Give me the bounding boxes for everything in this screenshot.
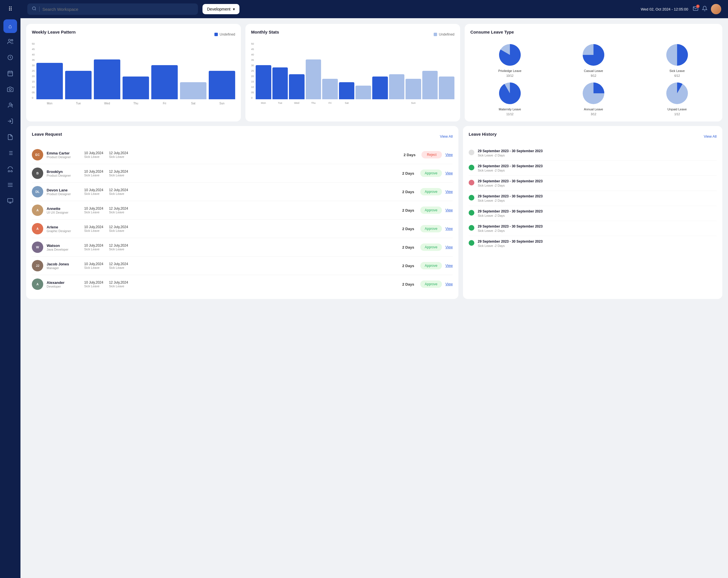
start-date-block: 10 July,2024 Sick Leave: [84, 225, 103, 232]
bell-icon[interactable]: [702, 6, 707, 13]
sidebar-item-camera[interactable]: [3, 83, 17, 97]
leave-history-view-all[interactable]: View All: [704, 134, 717, 139]
start-date: 10 July,2024: [84, 262, 103, 266]
start-date-block: 10 July,2024 Sick Leave: [84, 170, 103, 177]
employee-info: Jacob Jones Manager: [47, 262, 81, 270]
view-button[interactable]: View: [445, 190, 453, 194]
document-icon: [7, 134, 14, 142]
view-button[interactable]: View: [445, 153, 453, 157]
days-badge: 2 Days: [401, 153, 418, 157]
start-date: 10 July,2024: [84, 188, 103, 192]
sidebar-item-home[interactable]: ⌂: [3, 19, 17, 33]
bar: [356, 85, 371, 99]
leave-request-view-all[interactable]: View All: [440, 134, 453, 139]
employee-role: Graphic Designer: [47, 229, 81, 233]
search-input[interactable]: [42, 7, 193, 12]
end-date: 12 July,2024: [109, 151, 128, 155]
view-button[interactable]: View: [445, 171, 453, 175]
history-item: 29 September 2023 - 30 September 2023 Si…: [469, 236, 717, 251]
svg-line-27: [35, 9, 36, 10]
employee-role: Java Developer: [47, 248, 81, 251]
weekly-chart-card: Weekly Leave Pattern Undefined 50 45 40 …: [26, 24, 241, 122]
history-dot: [469, 225, 474, 231]
view-button[interactable]: View: [445, 264, 453, 268]
sidebar-item-clock[interactable]: [3, 51, 17, 65]
pie-item: Sick Leave 6/12: [638, 44, 717, 77]
workspace-dropdown[interactable]: Development ▾: [203, 4, 239, 14]
bar: [406, 79, 421, 99]
view-button[interactable]: View: [445, 208, 453, 212]
employee-info: Watson Java Developer: [47, 244, 81, 251]
monthly-legend-box: [434, 33, 437, 36]
table-row: EC Emma Carter Product Designer 10 July,…: [32, 146, 453, 164]
approve-button[interactable]: Approve: [420, 225, 442, 232]
weekly-chart-area: 50 45 40 35 30 25 20 15 10 05 0 MonTueWe…: [32, 42, 235, 105]
days-badge: 2 Days: [400, 282, 417, 286]
history-content: 29 September 2023 - 30 September 2023 Si…: [478, 224, 717, 232]
avatar: W: [32, 242, 43, 253]
employee-name: Emma Carter: [47, 151, 81, 155]
employee-role: Product Designer: [47, 155, 81, 159]
header-icons: 1: [693, 4, 721, 14]
sidebar-item-calendar[interactable]: [3, 67, 17, 81]
bar-label: Tue: [76, 102, 81, 105]
approve-button[interactable]: Approve: [420, 170, 442, 177]
sidebar-item-login[interactable]: [3, 115, 17, 129]
leave-request-card: Leave Request View All EC Emma Carter Pr…: [26, 126, 459, 299]
end-date-block: 12 July,2024 Sick Leave: [109, 206, 128, 214]
sidebar-item-add-user[interactable]: [3, 99, 17, 112]
sidebar-item-reports[interactable]: [3, 147, 17, 160]
bar-label: Fri: [329, 102, 332, 104]
view-button[interactable]: View: [445, 245, 453, 249]
history-detail: Sick Leave -2 Days: [478, 214, 717, 217]
bar-label: Wed: [294, 102, 299, 104]
table-row: A Annette UI UX Designer 10 July,2024 Si…: [32, 201, 453, 220]
approve-button[interactable]: Approve: [420, 206, 442, 214]
end-type: Sick Leave: [109, 266, 128, 269]
leave-history-card: Leave History View All 29 September 2023…: [463, 126, 722, 299]
end-date-block: 12 July,2024 Sick Leave: [109, 151, 128, 158]
avatar: A: [32, 223, 43, 234]
avatar[interactable]: [711, 4, 721, 14]
search-bar[interactable]: [27, 3, 198, 15]
bottom-row: Leave Request View All EC Emma Carter Pr…: [26, 126, 722, 299]
end-type: Sick Leave: [109, 284, 128, 288]
history-dates: 29 September 2023 - 30 September 2023: [478, 149, 717, 153]
pie-label: Casual Leave: [584, 69, 603, 73]
sidebar-item-list[interactable]: [3, 179, 17, 192]
approve-button[interactable]: Approve: [420, 280, 442, 288]
approve-button[interactable]: Approve: [420, 262, 442, 269]
bar-column: Fri: [151, 42, 178, 99]
bar: [372, 77, 388, 99]
avatar-initials: DL: [32, 186, 43, 197]
sidebar-item-team[interactable]: [3, 35, 17, 49]
sidebar-item-monitor[interactable]: [3, 195, 17, 208]
pie-chart: [666, 82, 688, 106]
monthly-chart-card: Monthly Stats Undefined 50 45 40 35 30 2…: [245, 24, 460, 122]
employee-name: Jacob Jones: [47, 262, 81, 266]
approve-button[interactable]: Approve: [420, 244, 442, 251]
approve-button[interactable]: Approve: [420, 188, 442, 195]
app-grid-icon[interactable]: ⠿: [8, 6, 12, 12]
svg-point-19: [8, 170, 10, 172]
reject-button[interactable]: Reject: [421, 151, 442, 158]
sidebar-item-groups[interactable]: [3, 163, 17, 176]
login-icon: [7, 118, 14, 126]
view-button[interactable]: View: [445, 282, 453, 286]
start-date: 10 July,2024: [84, 170, 103, 174]
view-button[interactable]: View: [445, 227, 453, 231]
end-date-block: 12 July,2024 Sick Leave: [109, 244, 128, 251]
bar: [322, 79, 338, 99]
main-content: Development ▾ Wed 02, Oct 2024 - 12:05:0…: [21, 0, 728, 578]
history-item: 29 September 2023 - 30 September 2023 Si…: [469, 206, 717, 221]
bar-label: Mon: [261, 102, 266, 104]
end-type: Sick Leave: [109, 174, 128, 177]
mail-icon[interactable]: 1: [693, 6, 698, 13]
end-date: 12 July,2024: [109, 262, 128, 266]
end-date-block: 12 July,2024 Sick Leave: [109, 170, 128, 177]
start-date: 10 July,2024: [84, 280, 103, 284]
pie-label: Sick Leave: [670, 69, 685, 73]
sidebar-item-document[interactable]: [3, 131, 17, 145]
svg-point-7: [9, 89, 11, 91]
history-item: 29 September 2023 - 30 September 2023 Si…: [469, 221, 717, 236]
